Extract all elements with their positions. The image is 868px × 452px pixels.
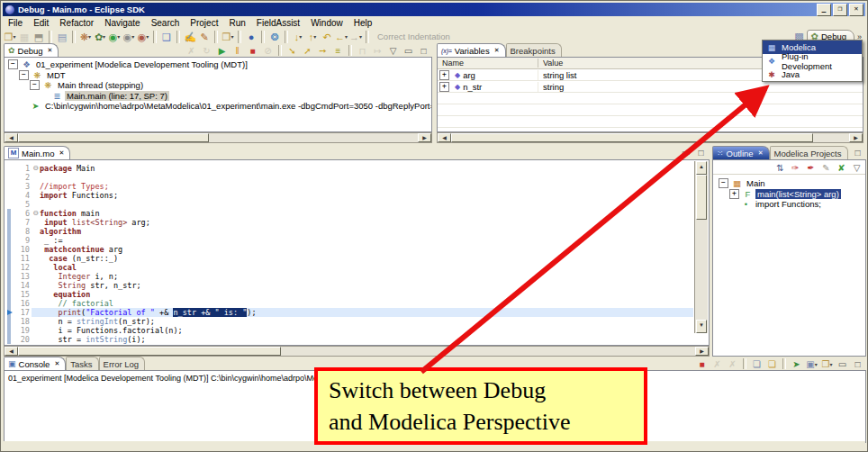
line-number[interactable]: 9	[14, 236, 32, 245]
scroll-left-arrow[interactable]: ◀	[438, 133, 451, 142]
suspend-icon[interactable]: ‖	[231, 44, 244, 57]
line-number[interactable]: 1	[14, 164, 32, 173]
view-menu-icon[interactable]: ▽	[386, 44, 400, 57]
line-number[interactable]: 16	[14, 299, 32, 308]
scroll-left-arrow[interactable]: ◀	[5, 133, 18, 142]
dropdown-arrow-icon[interactable]: ▾	[131, 30, 134, 44]
outline-main-row[interactable]: −▦Main	[717, 178, 865, 189]
close-tab-icon[interactable]: ✕	[758, 149, 764, 157]
menu-edit[interactable]: Edit	[28, 18, 54, 28]
line-number[interactable]: 2	[14, 173, 32, 182]
line-number[interactable]: 5	[14, 200, 32, 209]
collapse-icon[interactable]: −	[719, 178, 728, 188]
variable-row[interactable]: +◆n_strstring	[438, 81, 863, 93]
binary-browser-icon[interactable]: ▤	[55, 30, 69, 44]
close-button[interactable]: ✕	[849, 4, 863, 16]
tab-debug[interactable]: ✿Debug✕	[4, 43, 59, 57]
scroll-track[interactable]	[281, 347, 695, 356]
code-line[interactable]: 3//import Types;	[5, 182, 693, 191]
code-line[interactable]: 14 String str, n_str;	[5, 281, 693, 290]
dropdown-arrow-icon[interactable]: ▾	[299, 30, 302, 44]
mark-occurrences-icon[interactable]: ✎	[197, 30, 212, 44]
modelica-sphere-icon[interactable]: ●	[244, 30, 258, 44]
menu-project[interactable]: Project	[185, 18, 223, 28]
code-line[interactable]: 4import Functions;	[5, 191, 693, 200]
clear-console-icon[interactable]: ❏	[750, 357, 764, 370]
menu-search[interactable]: Search	[146, 18, 185, 28]
tab-console[interactable]: ▣Console✕	[4, 357, 66, 370]
terminate-icon[interactable]: ■	[695, 357, 709, 370]
close-tab-icon[interactable]: ✕	[59, 149, 64, 157]
last-edit-location-icon[interactable]: ↶	[320, 30, 334, 44]
editor-body[interactable]: 1⊖package Main23//import Types;4import F…	[4, 159, 710, 346]
scroll-thumb[interactable]	[696, 175, 707, 220]
code-line[interactable]: 1⊖package Main	[5, 164, 693, 173]
step-return-icon[interactable]: ➙	[316, 44, 330, 57]
code-line[interactable]: 10 matchcontinue arg	[5, 245, 693, 254]
code-line[interactable]: 20 str = intString(i);	[5, 335, 693, 344]
expand-icon[interactable]: +	[729, 189, 739, 199]
line-number[interactable]: 12	[14, 263, 32, 272]
tab-main-mo[interactable]: MMain.mo✕	[4, 146, 70, 159]
line-number[interactable]: 18	[14, 317, 32, 326]
debug-hscrollbar[interactable]: ◀ ▶	[4, 132, 432, 143]
maximize-icon[interactable]: □	[417, 44, 430, 57]
menu-fieldassist[interactable]: FieldAssist	[251, 18, 305, 28]
expand-icon[interactable]: +	[439, 70, 449, 80]
open-element-icon[interactable]: ❑	[159, 30, 174, 44]
scroll-right-arrow[interactable]: ▶	[849, 133, 863, 142]
restore-button[interactable]: ❐	[833, 4, 847, 16]
dropdown-arrow-icon[interactable]: ▾	[13, 30, 15, 44]
collapse-icon[interactable]: −	[30, 80, 40, 90]
line-number[interactable]: 10	[14, 245, 32, 254]
code-line[interactable]: 7 input list<String> arg;	[5, 218, 693, 227]
external-tools-icon[interactable]: ◉▾	[122, 30, 136, 44]
dropdown-arrow-icon[interactable]: ▾	[313, 30, 316, 44]
external-tools-fav-icon[interactable]: ◉▾	[136, 30, 150, 44]
open-resource-icon[interactable]: ❒▾	[221, 30, 235, 44]
scroll-thumb[interactable]	[18, 347, 281, 356]
hide-static-icon[interactable]: ✒	[804, 161, 818, 174]
menu-refactor[interactable]: Refactor	[54, 18, 99, 28]
tab-error-log[interactable]: Error Log	[99, 357, 146, 370]
collapse-icon[interactable]: −	[19, 70, 29, 80]
tab-outline[interactable]: ⁙Outline✕	[712, 146, 770, 159]
dropdown-arrow-icon[interactable]: ▾	[815, 361, 818, 367]
forward-icon[interactable]: →▾	[348, 30, 363, 44]
scroll-down-arrow[interactable]: ▼	[696, 320, 707, 333]
outline-import-row[interactable]: •import Functions;	[717, 199, 865, 210]
step-filters-icon[interactable]: ≡	[331, 44, 345, 57]
line-number[interactable]: 15	[14, 290, 32, 299]
line-number[interactable]: 6	[14, 209, 32, 218]
minimize-icon[interactable]: ▭	[836, 357, 849, 370]
code-area[interactable]: 1⊖package Main23//import Types;4import F…	[5, 161, 693, 344]
line-number[interactable]: 13	[14, 272, 32, 281]
step-into-icon[interactable]: ➘	[285, 44, 299, 57]
close-tab-icon[interactable]: ✕	[48, 47, 53, 54]
dropdown-arrow-icon[interactable]: ▾	[146, 30, 149, 44]
perspective-item-plugin-development[interactable]: ❖Plug-in Development	[763, 54, 862, 68]
print-icon[interactable]: ⬒	[32, 30, 46, 44]
debug-stack-frame-row[interactable]: ≣Main.main (line: 17, SP: 7)	[6, 91, 431, 102]
minimize-icon[interactable]: ▭	[679, 146, 692, 158]
menu-help[interactable]: Help	[348, 18, 378, 28]
maximize-icon[interactable]: □	[851, 146, 864, 158]
web-browser-icon[interactable]: ❂	[267, 30, 282, 44]
code-line[interactable]: 11 case (n_str::_)	[5, 254, 693, 263]
code-line[interactable]: 9 _ :=	[5, 236, 693, 245]
outline-main-function-row[interactable]: +Fmain(list<String> arg)	[717, 189, 865, 200]
line-number[interactable]: 3	[14, 182, 32, 191]
scroll-left-arrow[interactable]: ◀	[5, 347, 18, 356]
scroll-right-arrow[interactable]: ▶	[695, 347, 709, 356]
tab-modelica-projects[interactable]: Modelica Projects	[770, 146, 848, 159]
debug-thread-row[interactable]: −❋Main thread (stepping)	[6, 80, 431, 91]
code-line[interactable]: 19 i = Functions.factorial(n);	[5, 326, 693, 335]
search-icon[interactable]: ✍	[183, 30, 197, 44]
open-console-icon[interactable]: ❐▾	[820, 357, 834, 370]
line-number[interactable]: 8	[14, 227, 32, 236]
hide-fields-icon[interactable]: ✑	[789, 161, 802, 174]
code-line[interactable]: 17 print("Factorial of " +& n_str +& " i…	[5, 308, 693, 317]
sort-icon[interactable]: ⇅	[773, 161, 787, 174]
code-line[interactable]: 5	[5, 200, 693, 209]
collapse-icon[interactable]: −	[8, 59, 18, 69]
